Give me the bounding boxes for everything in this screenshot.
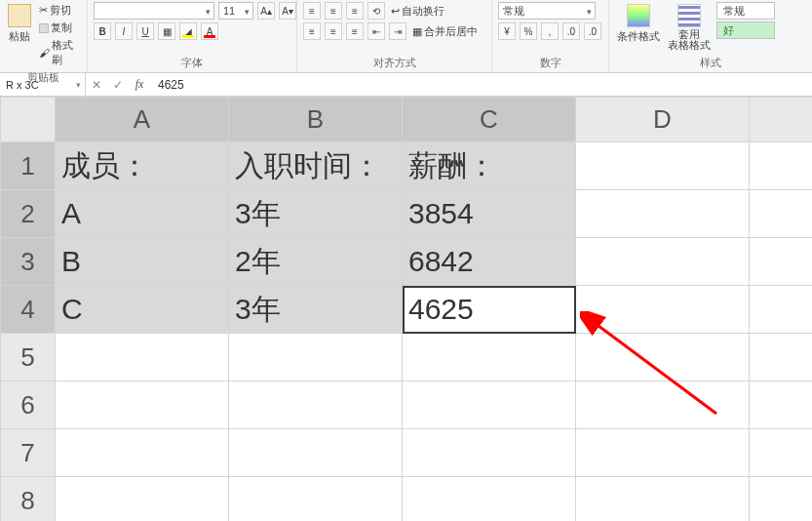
merge-center-button[interactable]: ▦ 合并后居中 xyxy=(410,23,480,40)
copy-icon xyxy=(39,23,49,33)
conditional-format-button[interactable]: 条件格式 xyxy=(615,2,662,46)
font-color-button[interactable]: A xyxy=(201,22,218,40)
decrease-decimal-button[interactable]: .0 xyxy=(584,22,601,40)
underline-button[interactable]: U xyxy=(136,22,154,40)
row-header-3[interactable]: 3 xyxy=(1,238,56,286)
cell-B5[interactable] xyxy=(229,334,403,381)
cell-A1[interactable]: 成员： xyxy=(56,142,229,190)
align-bottom-button[interactable]: ≡ xyxy=(346,2,364,20)
col-header-A[interactable]: A xyxy=(56,98,229,142)
cell-E4[interactable] xyxy=(750,286,813,334)
align-middle-button[interactable]: ≡ xyxy=(325,2,342,20)
wrap-icon: ↩ xyxy=(391,5,400,18)
decrease-font-button[interactable]: A▾ xyxy=(279,2,296,20)
cell-E3[interactable] xyxy=(750,238,813,286)
font-name-combo[interactable] xyxy=(94,2,214,20)
col-header-C[interactable]: C xyxy=(403,98,576,142)
cell-D7[interactable] xyxy=(576,429,750,477)
cell-D4[interactable] xyxy=(576,286,750,334)
increase-indent-button[interactable]: ⇥ xyxy=(389,22,406,40)
insert-function-button[interactable]: fx xyxy=(129,73,150,96)
cell-C1[interactable]: 薪酬： xyxy=(403,142,576,190)
cell-B1[interactable]: 入职时间： xyxy=(229,142,403,190)
align-center-button[interactable]: ≡ xyxy=(325,22,342,40)
fill-color-button[interactable]: ◢ xyxy=(179,22,197,40)
cell-C7[interactable] xyxy=(403,429,576,477)
cell-E2[interactable] xyxy=(750,190,813,238)
row-header-5[interactable]: 5 xyxy=(1,334,56,381)
cell-A8[interactable] xyxy=(56,477,229,522)
cancel-entry-button[interactable]: ✕ xyxy=(86,73,107,96)
orientation-button[interactable]: ⟲ xyxy=(367,2,385,20)
col-header-D[interactable]: D xyxy=(576,98,750,142)
align-left-button[interactable]: ≡ xyxy=(303,22,321,40)
increase-decimal-button[interactable]: .0 xyxy=(562,22,580,40)
format-painter-button[interactable]: 🖌 格式刷 xyxy=(37,37,81,68)
cell-A4[interactable]: C xyxy=(56,286,229,334)
paste-label: 粘贴 xyxy=(9,29,30,44)
number-format-combo[interactable]: 常规 xyxy=(498,2,596,20)
confirm-entry-button[interactable]: ✓ xyxy=(107,73,129,96)
cell-B8[interactable] xyxy=(229,477,403,522)
cell-C5[interactable] xyxy=(403,334,576,381)
formula-input[interactable]: 4625 xyxy=(150,78,812,92)
border-button[interactable]: ▦ xyxy=(158,22,175,40)
cell-C8[interactable] xyxy=(403,477,576,522)
row-header-6[interactable]: 6 xyxy=(1,381,56,429)
cell-style-normal[interactable]: 常规 xyxy=(716,2,775,20)
formula-bar: R x 3C ✕ ✓ fx 4625 xyxy=(0,73,812,97)
cut-button[interactable]: ✂ 剪切 xyxy=(37,2,81,19)
cell-C6[interactable] xyxy=(403,381,576,429)
cell-D5[interactable] xyxy=(576,334,750,381)
cell-E1[interactable] xyxy=(750,142,813,190)
cell-D1[interactable] xyxy=(576,142,750,190)
decrease-indent-button[interactable]: ⇤ xyxy=(367,22,385,40)
copy-button[interactable]: 复制 xyxy=(37,20,81,36)
row-header-2[interactable]: 2 xyxy=(1,190,56,238)
comma-button[interactable]: , xyxy=(541,22,559,40)
currency-button[interactable]: ¥ xyxy=(498,22,516,40)
row-header-4[interactable]: 4 xyxy=(1,286,56,334)
row-header-8[interactable]: 8 xyxy=(1,477,56,522)
align-top-button[interactable]: ≡ xyxy=(303,2,321,20)
cell-E5[interactable] xyxy=(750,334,813,381)
cell-style-good[interactable]: 好 xyxy=(716,21,775,39)
cell-A6[interactable] xyxy=(56,381,229,429)
cell-D2[interactable] xyxy=(576,190,750,238)
cell-B3[interactable]: 2年 xyxy=(229,238,403,286)
cell-D8[interactable] xyxy=(576,477,750,522)
cell-B7[interactable] xyxy=(229,429,403,477)
cell-B6[interactable] xyxy=(229,381,403,429)
cell-E7[interactable] xyxy=(750,429,813,477)
italic-button[interactable]: I xyxy=(115,22,133,40)
cell-E8[interactable] xyxy=(750,477,813,522)
cell-A3[interactable]: B xyxy=(56,238,229,286)
cell-B4[interactable]: 3年 xyxy=(229,286,403,334)
percent-button[interactable]: % xyxy=(520,22,537,40)
cell-D6[interactable] xyxy=(576,381,750,429)
table-format-button[interactable]: 套用 表格格式 xyxy=(666,2,713,53)
cell-C4[interactable]: 4625 xyxy=(403,286,576,334)
cell-C3[interactable]: 6842 xyxy=(403,238,576,286)
cell-A2[interactable]: A xyxy=(56,190,229,238)
paste-button[interactable]: 粘贴 xyxy=(6,2,33,46)
wrap-text-button[interactable]: ↩ 自动换行 xyxy=(389,3,446,20)
table-row: 6 xyxy=(1,381,813,429)
increase-font-button[interactable]: A▴ xyxy=(257,2,275,20)
align-right-button[interactable]: ≡ xyxy=(346,22,364,40)
cell-A7[interactable] xyxy=(56,429,229,477)
cell-D3[interactable] xyxy=(576,238,750,286)
cell-C2[interactable]: 3854 xyxy=(403,190,576,238)
cell-A5[interactable] xyxy=(56,334,229,381)
cell-E6[interactable] xyxy=(750,381,813,429)
col-header-B[interactable]: B xyxy=(229,98,403,142)
col-header-next[interactable] xyxy=(750,98,813,142)
cell-B2[interactable]: 3年 xyxy=(229,190,403,238)
row-header-1[interactable]: 1 xyxy=(1,142,56,190)
select-all-corner[interactable] xyxy=(1,98,56,142)
row-header-7[interactable]: 7 xyxy=(1,429,56,477)
bold-button[interactable]: B xyxy=(94,22,111,40)
font-size-combo[interactable]: 11 xyxy=(218,2,253,20)
name-box[interactable]: R x 3C xyxy=(0,73,86,96)
ribbon-group-alignment: ≡ ≡ ≡ ⟲ ↩ 自动换行 ≡ ≡ ≡ ⇤ ⇥ ▦ 合并后居中 xyxy=(297,0,492,72)
